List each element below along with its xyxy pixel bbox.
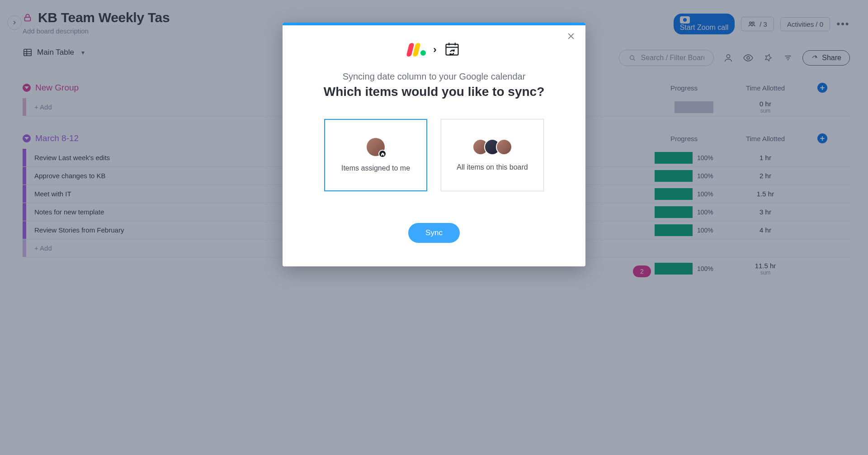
- option-label: Items assigned to me: [341, 164, 410, 172]
- option-items-assigned-to-me[interactable]: Items assigned to me: [324, 119, 427, 191]
- modal-subtitle: Syncing date column to your Google calen…: [301, 71, 567, 82]
- calendar-sync-icon: [444, 41, 460, 59]
- option-all-items-on-board[interactable]: All items on this board: [441, 119, 544, 191]
- modal-heading: Which items would you like to sync?: [301, 85, 567, 99]
- option-label: All items on this board: [457, 163, 528, 171]
- close-icon: [566, 32, 576, 41]
- sync-modal: › Syncing date column to your Google cal…: [283, 23, 585, 266]
- svg-rect-16: [446, 44, 458, 55]
- home-badge-icon: [378, 150, 387, 158]
- monday-logo-icon: [408, 43, 426, 57]
- avatar-group: [472, 139, 512, 155]
- sync-logo-row: ›: [301, 41, 567, 59]
- sync-button[interactable]: Sync: [408, 223, 460, 243]
- chevron-right-icon: ›: [433, 44, 436, 56]
- avatar: [496, 139, 512, 155]
- sync-button-label: Sync: [425, 228, 443, 237]
- close-modal-button[interactable]: [566, 32, 576, 43]
- avatar-me: [367, 138, 385, 156]
